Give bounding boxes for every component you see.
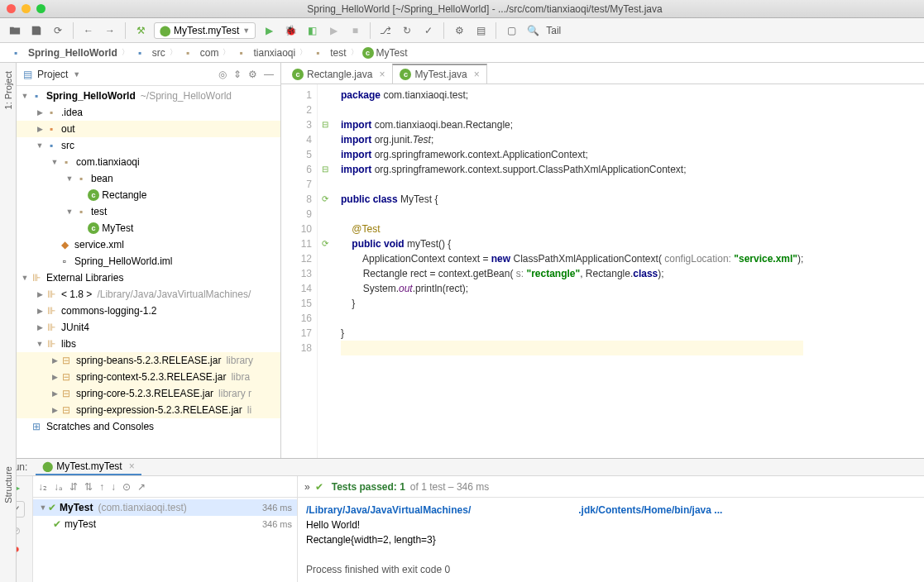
refresh-icon[interactable]: ⟳ (50, 22, 66, 39)
library-icon: ⊪ (45, 337, 58, 351)
vcs-icon[interactable]: ⎇ (377, 22, 394, 39)
stop-icon[interactable]: ■ (347, 22, 363, 39)
breadcrumb-item[interactable]: ▪com (179, 45, 222, 60)
structure-icon[interactable]: ▤ (472, 22, 489, 39)
test-row[interactable]: ▼✔MyTest(com.tianxiaoqi.test)346 ms (33, 499, 297, 516)
close-icon[interactable]: × (474, 69, 480, 80)
target-icon[interactable]: ◎ (218, 69, 227, 80)
tree-node[interactable]: ▶▪.idea (17, 104, 280, 121)
close-icon[interactable]: × (379, 69, 385, 80)
tree-node[interactable]: ⊞Scratches and Consoles (17, 418, 280, 435)
folder-icon: ▪ (133, 46, 146, 60)
library-icon: ⊪ (45, 304, 58, 317)
minimize-window[interactable] (22, 4, 31, 13)
breadcrumb-item[interactable]: ▪tianxiaoqi (232, 45, 298, 60)
tree-node[interactable]: ▫Spring_HelloWorld.iml (17, 253, 280, 270)
panel-title[interactable]: Project (37, 69, 68, 80)
update-icon[interactable]: ↻ (399, 22, 415, 39)
debug-icon[interactable]: 🐞 (282, 22, 299, 39)
tree-node[interactable]: ▼▪com.tianxiaoqi (17, 154, 280, 170)
save-icon[interactable] (28, 22, 45, 39)
tab-rectangle[interactable]: cRectangle.java× (285, 64, 392, 83)
gutter-icons: ⊟⊟⟳⟳ (318, 84, 333, 458)
back-icon[interactable]: ← (80, 22, 97, 39)
pass-icon: ✔ (315, 481, 323, 493)
search-icon[interactable]: 🔍 (524, 22, 541, 39)
sidebar-tab-project[interactable]: 1: Project (2, 66, 15, 114)
collapse-icon[interactable]: ⇅ (84, 481, 93, 493)
run-tab[interactable]: ⬤MyTest.myTest× (36, 459, 141, 475)
breadcrumb-item[interactable]: cMyTest (360, 46, 410, 60)
tree-node[interactable]: ▼▪test (17, 203, 280, 220)
close-window[interactable] (7, 4, 16, 13)
breadcrumb-item[interactable]: ▪test (309, 45, 348, 60)
breadcrumb: ▪Spring_HelloWorld〉 ▪src〉 ▪com〉 ▪tianxia… (0, 43, 924, 63)
settings-icon[interactable]: ⚙ (451, 22, 467, 39)
tree-node[interactable]: ◆service.xml (17, 236, 280, 253)
forward-icon[interactable]: → (102, 22, 118, 39)
xml-icon: ◆ (58, 238, 71, 251)
filter-icon[interactable]: ↓ₐ (54, 481, 63, 493)
module-icon: ▪ (9, 46, 22, 60)
history-icon[interactable]: ↗ (137, 481, 146, 493)
gear-icon[interactable]: ⚙ (248, 69, 257, 80)
sort-icon[interactable]: ↓₂ (38, 481, 47, 493)
tree-node[interactable]: ▼▪bean (17, 170, 280, 187)
titlebar: Spring_HelloWorld [~/Spring_HelloWorld] … (0, 0, 924, 18)
test-status: Tests passed: 1 (332, 481, 405, 493)
tab-mytest[interactable]: cMyTest.java× (392, 64, 486, 83)
maximize-window[interactable] (36, 4, 45, 13)
tree-node[interactable]: ▼⊪libs (17, 336, 280, 352)
hide-icon[interactable]: — (264, 69, 274, 80)
tree-node[interactable]: ▶⊟spring-expression-5.2.3.RELEASE.jarli (17, 402, 280, 418)
build-icon[interactable]: ⚒ (132, 22, 149, 39)
commit-icon[interactable]: ✓ (420, 22, 437, 39)
window-controls (7, 4, 45, 13)
coverage-icon[interactable]: ◧ (304, 22, 320, 39)
package-icon: ▪ (60, 155, 73, 169)
project-tree[interactable]: ▼▪Spring_HelloWorld~/Spring_HelloWorld ▶… (17, 86, 280, 458)
export-icon[interactable]: ⊙ (122, 481, 131, 493)
open-icon[interactable] (7, 22, 23, 39)
test-row[interactable]: ✔myTest346 ms (33, 516, 297, 532)
down-icon[interactable]: ↓ (111, 481, 116, 493)
tree-node-root[interactable]: ▼▪Spring_HelloWorld~/Spring_HelloWorld (17, 88, 280, 104)
profile-icon[interactable]: ▶ (325, 22, 342, 39)
left-tool-strip: 1: Project (0, 63, 17, 458)
nav-icon[interactable]: » (304, 481, 310, 493)
window-icon[interactable]: ▢ (503, 22, 519, 39)
tail-label: Tail (546, 25, 561, 36)
collapse-icon[interactable]: ⇕ (233, 69, 242, 80)
tree-node[interactable]: ▼▪src (17, 137, 280, 154)
code-text[interactable]: package com.tianxiaoqi.test; import com.… (333, 84, 803, 458)
breadcrumb-item[interactable]: ▪Spring_HelloWorld (7, 45, 120, 60)
close-icon[interactable]: × (129, 460, 135, 472)
code-area[interactable]: 123456789101112131415161718 ⊟⊟⟳⟳ package… (281, 84, 924, 458)
tree-node[interactable]: ▶⊪< 1.8 >/Library/Java/JavaVirtualMachin… (17, 286, 280, 303)
tree-node-out[interactable]: ▶▪out (17, 121, 280, 137)
console-output[interactable]: /Library/Java/JavaVirtualMachines/ .jdk/… (298, 498, 924, 582)
tree-node[interactable]: ▶⊟spring-core-5.2.3.RELEASE.jarlibrary r (17, 385, 280, 402)
tree-node[interactable]: ▶⊪commons-logging-1.2 (17, 303, 280, 319)
jar-icon: ⊟ (60, 354, 73, 367)
tree-node[interactable]: ▶⊟spring-beans-5.2.3.RELEASE.jarlibrary (17, 352, 280, 369)
tree-node-extlibs[interactable]: ▼⊪External Libraries (17, 270, 280, 286)
expand-icon[interactable]: ⇵ (69, 481, 78, 493)
tree-node[interactable]: c MyTest (17, 220, 280, 236)
library-icon: ⊪ (45, 288, 58, 301)
chevron-down-icon[interactable]: ▼ (73, 70, 80, 79)
breadcrumb-item[interactable]: ▪src (131, 45, 168, 60)
tree-node[interactable]: ▶⊟spring-context-5.2.3.RELEASE.jarlibra (17, 369, 280, 385)
run-icon[interactable]: ▶ (261, 22, 277, 39)
run-panel: Run: ⬤MyTest.myTest× ▶ ✓ ⊘ 📍 ↓₂↓ₐ ⇵⇅ ↑↓ … (0, 458, 924, 582)
tree-node[interactable]: ▶⊪JUnit4 (17, 319, 280, 336)
tree-node[interactable]: c Rectangle (17, 187, 280, 203)
test-tree[interactable]: ▼✔MyTest(com.tianxiaoqi.test)346 ms ✔myT… (33, 498, 297, 582)
run-output: » ✔ Tests passed: 1 of 1 test – 346 ms /… (298, 476, 924, 582)
up-icon[interactable]: ↑ (99, 481, 104, 493)
folder-icon: ▪ (311, 46, 324, 60)
folder-icon: ▪ (45, 106, 58, 119)
run-config-selector[interactable]: ⬤ MyTest.myTest ▼ (154, 22, 256, 39)
sidebar-tab-structure[interactable]: Structure (2, 461, 15, 508)
scratch-icon: ⊞ (30, 420, 43, 433)
